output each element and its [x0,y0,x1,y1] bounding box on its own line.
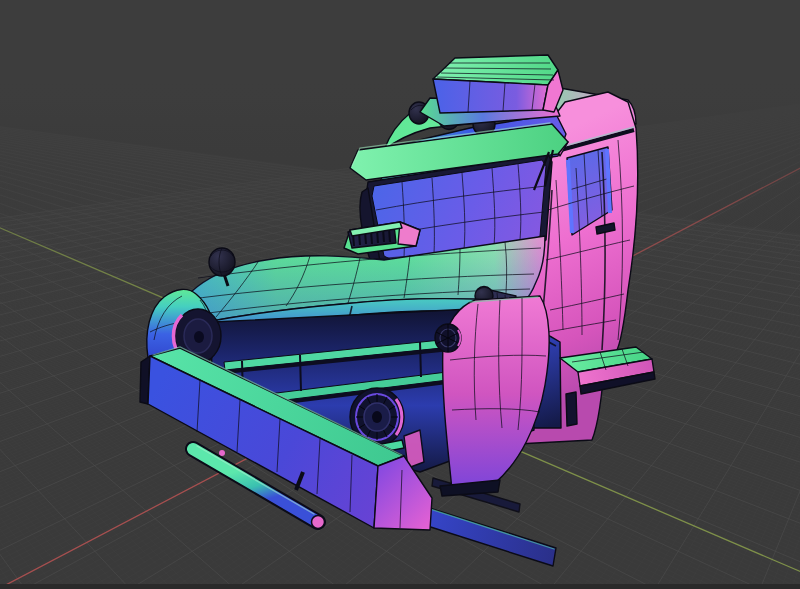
running-board-post [566,392,577,426]
viewport-3d[interactable] [0,0,800,589]
nerf-end-cap [312,516,325,529]
roof-box-front [433,79,548,113]
nerf-pin [219,450,225,456]
scene-canvas[interactable] [0,0,800,589]
bottom-edge-strip [0,584,800,589]
sky-background [0,0,800,80]
